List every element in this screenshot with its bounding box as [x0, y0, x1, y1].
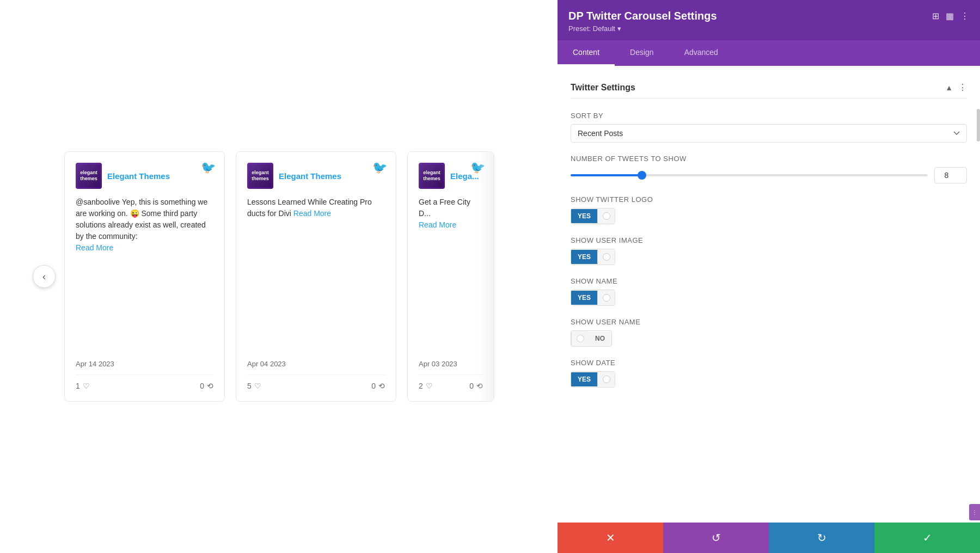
toggle-handle[interactable] — [597, 290, 615, 305]
undo-button[interactable]: ↺ — [663, 523, 769, 553]
panel-preset[interactable]: Preset: Default ▾ — [568, 24, 969, 33]
tweet-actions: 5 ♡ 0 ⟲ — [247, 374, 385, 390]
undo-icon: ↺ — [712, 531, 721, 544]
toggle-handle[interactable] — [571, 331, 589, 346]
show-twitter-logo-toggle[interactable]: YES — [571, 208, 615, 224]
show-user-image-toggle[interactable]: YES — [571, 249, 615, 265]
show-user-name-setting: Show User Name NO — [571, 318, 967, 347]
share-icon: ⟲ — [476, 382, 483, 390]
twitter-logo-icon: 🐦 — [470, 161, 485, 175]
slider-thumb[interactable] — [638, 171, 646, 180]
num-tweets-input[interactable]: 8 — [934, 167, 967, 183]
heart-icon: ♡ — [254, 382, 261, 390]
toggle-yes-btn[interactable]: YES — [571, 209, 597, 223]
show-user-name-toggle[interactable]: NO — [571, 330, 612, 347]
slider-fill — [571, 174, 642, 176]
toggle-handle[interactable] — [597, 372, 615, 387]
tweet-user: elegantthemes Elegant Themes — [247, 163, 385, 189]
show-date-toggle[interactable]: YES — [571, 371, 615, 388]
tab-advanced[interactable]: Advanced — [669, 40, 733, 66]
twitter-logo-icon: 🐦 — [201, 161, 216, 175]
tweet-date: Apr 04 2023 — [247, 360, 385, 368]
show-twitter-logo-label: Show Twitter Logo — [571, 195, 967, 204]
tweet-text: Get a Free City D... Read More — [419, 196, 483, 348]
toggle-yes-btn[interactable]: YES — [571, 291, 597, 305]
bottom-toolbar: ✕ ↺ ↻ ✓ — [558, 523, 980, 553]
tab-content[interactable]: Content — [558, 40, 615, 66]
tweet-date: Apr 14 2023 — [76, 360, 213, 368]
avatar: elegantthemes — [419, 163, 445, 189]
toggle-dot — [603, 376, 610, 383]
show-user-image-setting: Show User Image YES — [571, 236, 967, 265]
tweet-username: Elegant Themes — [107, 171, 170, 181]
section-title: Twitter Settings — [571, 83, 635, 93]
panel-title-row: DP Twitter Carousel Settings ⊞ ▦ ⋮ — [568, 10, 969, 22]
redo-icon: ↻ — [817, 531, 826, 544]
carousel-prev-button[interactable]: ‹ — [33, 265, 56, 288]
carousel-wrapper: ‹ 🐦 elegantthemes Elegant Themes @sanboo… — [33, 151, 525, 402]
toggle-dot — [603, 294, 610, 302]
show-name-toggle[interactable]: YES — [571, 290, 615, 306]
scrollbar-indicator — [977, 109, 980, 142]
redo-button[interactable]: ↻ — [769, 523, 874, 553]
show-name-setting: Show Name YES — [571, 277, 967, 306]
layout-icon[interactable]: ▦ — [946, 11, 954, 21]
toggle-yes-btn[interactable]: YES — [571, 372, 597, 386]
tweet-text: @sanboolive Yep, this is something we ar… — [76, 196, 213, 348]
section-header-icons: ▲ ⋮ — [945, 82, 967, 93]
toggle-dot — [577, 335, 584, 342]
sort-by-select[interactable]: Recent Posts Top Tweets Random — [571, 124, 967, 143]
save-button[interactable]: ✓ — [874, 523, 980, 553]
slider-track[interactable] — [571, 174, 928, 176]
settings-panel: DP Twitter Carousel Settings ⊞ ▦ ⋮ Prese… — [558, 0, 980, 553]
show-name-label: Show Name — [571, 277, 967, 285]
more-options-icon[interactable]: ⋮ — [960, 11, 969, 21]
sort-by-label: Sort By — [571, 112, 967, 120]
toggle-no-btn[interactable]: NO — [589, 331, 611, 346]
toggle-handle[interactable] — [597, 208, 615, 224]
main-content: ‹ 🐦 elegantthemes Elegant Themes @sanboo… — [0, 0, 558, 553]
read-more-link[interactable]: Read More — [419, 220, 456, 229]
section-options-icon[interactable]: ⋮ — [958, 82, 967, 93]
tab-design[interactable]: Design — [615, 40, 669, 66]
twitter-logo-icon: 🐦 — [372, 161, 387, 175]
like-count: 2 ♡ — [419, 382, 433, 390]
num-tweets-setting: Number of tweets to show 8 — [571, 155, 967, 183]
tweet-actions: 1 ♡ 0 ⟲ — [76, 374, 213, 390]
toggle-yes-btn[interactable]: YES — [571, 250, 597, 264]
like-count: 5 ♡ — [247, 382, 261, 390]
toggle-handle[interactable] — [597, 249, 615, 265]
tweet-card: 🐦 elegantthemes Elegant Themes Lessons L… — [236, 151, 396, 402]
read-more-link[interactable]: Read More — [76, 243, 113, 252]
tweet-user: elegantthemes Elegant Themes — [76, 163, 213, 189]
share-icon: ⟲ — [207, 382, 213, 390]
like-count: 1 ♡ — [76, 382, 90, 390]
toggle-dot — [603, 253, 610, 261]
panel-title: DP Twitter Carousel Settings — [568, 10, 717, 22]
show-date-label: Show Date — [571, 359, 967, 367]
avatar: elegantthemes — [76, 163, 102, 189]
tweet-card: 🐦 elegantthemes Elegant Themes @sanbooli… — [64, 151, 225, 402]
share-icon: ⟲ — [378, 382, 385, 390]
avatar-logo: elegantthemes — [249, 164, 272, 187]
read-more-link[interactable]: Read More — [293, 209, 331, 218]
toggle-dot — [603, 212, 610, 220]
edge-handle-icon: ⋮ — [972, 509, 978, 515]
tweet-card: 🐦 elegantthemes Elega... Get a Free City… — [407, 151, 494, 402]
tweet-cards-container: 🐦 elegantthemes Elegant Themes @sanbooli… — [64, 151, 525, 402]
tweet-username: Elegant Themes — [279, 171, 341, 181]
cancel-button[interactable]: ✕ — [558, 523, 663, 553]
heart-icon: ♡ — [83, 382, 90, 390]
section-collapse-icon[interactable]: ▲ — [945, 83, 953, 92]
section-header: Twitter Settings ▲ ⋮ — [571, 77, 967, 99]
cancel-icon: ✕ — [606, 531, 615, 544]
slider-row: 8 — [571, 167, 967, 183]
show-twitter-logo-setting: Show Twitter Logo YES — [571, 195, 967, 224]
show-user-name-label: Show User Name — [571, 318, 967, 326]
show-date-setting: Show Date YES — [571, 359, 967, 388]
share-count: 0 ⟲ — [469, 382, 483, 390]
avatar: elegantthemes — [247, 163, 273, 189]
avatar-logo: elegantthemes — [420, 164, 443, 187]
screen-icon[interactable]: ⊞ — [932, 11, 939, 21]
edge-handle[interactable]: ⋮ — [969, 504, 980, 520]
